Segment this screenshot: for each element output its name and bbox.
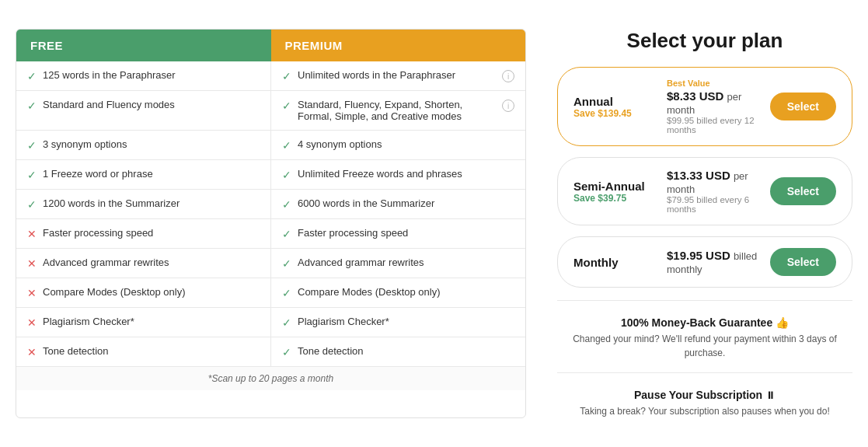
header-free: FREE [16,30,271,61]
check-icon: ✓ [27,70,37,82]
plan-selector: Select your plan Annual Save $139.45 Bes… [557,29,852,418]
cell-free: ✕ Advanced grammar rewrites [16,249,271,278]
check-icon: ✓ [282,198,291,211]
table-row: ✓ 3 synonym options ✓ 4 synonym options [16,131,525,160]
plan-price-main-semi: $13.33 USD per month [667,169,762,195]
plan-price-main-annual: $8.33 USD per month [667,89,762,116]
cell-premium: ✓ Advanced grammar rewrites [271,249,525,278]
free-feature-text: 125 words in the Paraphraser [43,69,176,81]
plan-card-semi-annual[interactable]: Semi-Annual Save $39.75 $13.33 USD per m… [557,157,852,225]
cell-premium: ✓ Plagiarism Checker* [271,308,525,337]
pause-title: Pause Your Subscription ⏸ [557,389,852,401]
plan-card-left-semi: Semi-Annual Save $39.75 [573,180,659,204]
cross-icon: ✕ [27,346,37,358]
check-icon: ✓ [27,100,37,112]
plan-save-semi: Save $39.75 [573,193,659,204]
free-feature-text: 3 synonym options [43,138,127,150]
select-button-monthly[interactable]: Select [770,248,836,276]
header-premium: PREMIUM [271,30,526,61]
plan-price-amount-semi: $13.33 USD [667,169,730,182]
check-icon: ✓ [27,169,37,181]
premium-feature-text: Plagiarism Checker* [298,316,389,327]
premium-feature-text: 6000 words in the Summarizer [298,197,434,209]
plan-name-monthly: Monthly [573,256,659,269]
plan-best-value-annual: Best Value [667,79,762,88]
cell-premium: ✓ Unlimited Freeze words and phrases [271,160,525,189]
plan-title: Select your plan [557,29,852,53]
premium-feature-text: Tone detection [298,345,364,357]
plan-price-main-monthly: $19.95 USD billed monthly [667,249,762,275]
plan-card-monthly[interactable]: Monthly $19.95 USD billed monthly Select [557,236,852,288]
cell-premium-inner: ✓ 4 synonym options [282,138,514,152]
pause-section: Pause Your Subscription ⏸ Taking a break… [557,389,852,418]
check-icon: ✓ [27,198,37,211]
cell-free: ✕ Plagiarism Checker* [16,308,271,337]
table-row: ✕ Tone detection ✓ Tone detection [16,337,525,366]
cross-icon: ✕ [27,316,37,329]
cross-icon: ✕ [27,287,37,299]
cell-free: ✓ 3 synonym options [16,131,271,159]
guarantee-title-text: 100% Money-Back Guarantee [621,316,772,329]
cell-premium-inner: ✓ Standard, Fluency, Expand, Shorten, Fo… [282,99,493,122]
guarantee-section: 100% Money-Back Guarantee 👍 Changed your… [557,316,852,360]
cell-premium: ✓ Tone detection [271,337,525,366]
thumbs-up-icon: 👍 [776,316,789,329]
table-header: FREE PREMIUM [16,30,525,61]
pause-title-text: Pause Your Subscription [634,389,762,401]
premium-feature-text: Advanced grammar rewrites [298,257,424,268]
select-button-semi[interactable]: Select [770,177,836,205]
cell-free: ✓ 1 Freeze word or phrase [16,160,271,189]
plan-card-annual[interactable]: Annual Save $139.45 Best Value $8.33 USD… [557,67,852,146]
info-icon[interactable]: i [502,70,514,82]
cell-free: ✓ Standard and Fluency modes [16,91,271,130]
pause-text: Taking a break? Your subscription also p… [557,404,852,418]
divider-pause [557,372,852,373]
cell-free: ✕ Tone detection [16,337,271,366]
table-row: ✓ 1 Freeze word or phrase ✓ Unlimited Fr… [16,160,525,190]
cell-premium-inner: ✓ Unlimited Freeze words and phrases [282,168,514,181]
table-row: ✕ Advanced grammar rewrites ✓ Advanced g… [16,249,525,278]
plan-name-semi: Semi-Annual [573,180,659,193]
plan-name-annual: Annual [573,95,659,108]
guarantee-text: Changed your mind? We'll refund your pay… [557,332,852,360]
cell-free: ✕ Compare Modes (Desktop only) [16,278,271,307]
premium-feature-text: Standard, Fluency, Expand, Shorten, Form… [298,99,493,122]
premium-feature-text: Unlimited words in the Paraphraser [298,69,455,81]
check-icon: ✓ [282,228,291,240]
plan-card-left-monthly: Monthly [573,256,659,269]
cell-premium: ✓ Faster processing speed [271,219,525,248]
table-row: ✕ Faster processing speed ✓ Faster proce… [16,219,525,249]
cell-free: ✕ Faster processing speed [16,219,271,248]
check-icon: ✓ [282,346,291,358]
cell-premium-inner: ✓ Compare Modes (Desktop only) [282,286,514,299]
info-icon[interactable]: i [502,100,514,112]
cell-premium: ✓ 4 synonym options [271,131,525,159]
premium-feature-text: Compare Modes (Desktop only) [298,286,441,298]
free-feature-text: 1 Freeze word or phrase [43,168,153,180]
check-icon: ✓ [27,139,37,152]
cell-premium-inner: ✓ Tone detection [282,345,514,358]
select-button-annual[interactable]: Select [770,93,836,120]
cross-icon: ✕ [27,228,37,240]
check-icon: ✓ [282,70,291,82]
cell-premium: ✓ Unlimited words in the Paraphraser i [271,61,525,90]
free-feature-text: Tone detection [43,345,109,357]
cross-icon: ✕ [27,257,37,270]
table-row: ✓ Standard and Fluency modes ✓ Standard,… [16,91,525,131]
plan-card-middle-annual: Best Value $8.33 USD per month $99.95 bi… [659,79,770,134]
cell-free: ✓ 125 words in the Paraphraser [16,61,271,90]
check-icon: ✓ [282,257,291,270]
plan-card-middle-monthly: $19.95 USD billed monthly [659,249,770,275]
table-body: ✓ 125 words in the Paraphraser ✓ Unlimit… [16,61,525,366]
plan-price-amount-annual: $8.33 USD [667,89,723,103]
comparison-table: FREE PREMIUM ✓ 125 words in the Paraphra… [16,29,526,418]
check-icon: ✓ [282,100,291,112]
cell-premium-inner: ✓ Advanced grammar rewrites [282,257,514,270]
divider-guarantee [557,300,852,301]
plan-price-sub-annual: $99.95 billed every 12 months [667,116,762,134]
table-row: ✕ Compare Modes (Desktop only) ✓ Compare… [16,278,525,308]
table-row: ✓ 125 words in the Paraphraser ✓ Unlimit… [16,61,525,91]
free-feature-text: Plagiarism Checker* [43,316,134,327]
premium-feature-text: 4 synonym options [298,138,382,150]
cell-premium-inner: ✓ 6000 words in the Summarizer [282,197,514,211]
